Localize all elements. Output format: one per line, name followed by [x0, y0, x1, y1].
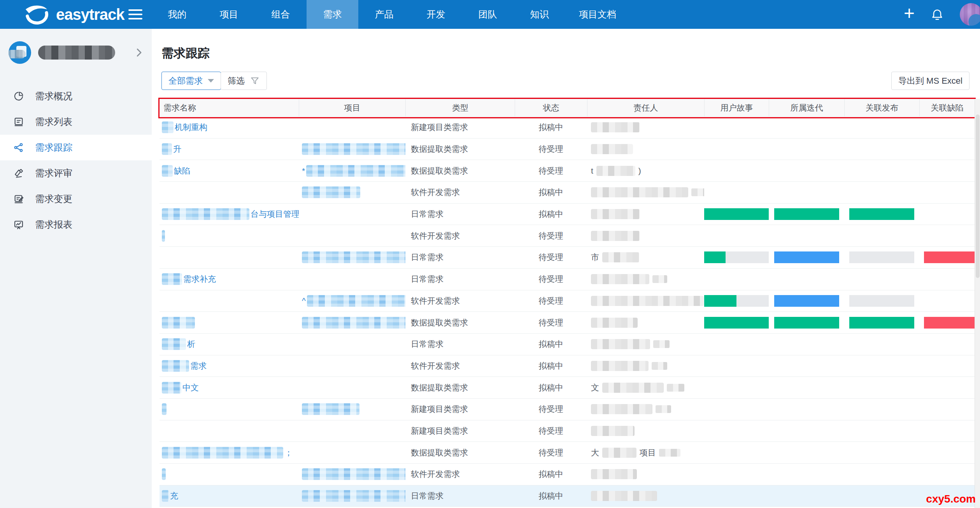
table-row[interactable]: 软件开发需求 拟稿中: [160, 182, 975, 204]
type-cell: 日常需求: [405, 339, 515, 350]
notification-bell-icon[interactable]: [930, 7, 944, 21]
story-progress-bar[interactable]: [704, 208, 769, 220]
defect-progress-bar[interactable]: [924, 317, 975, 329]
project-cell[interactable]: *台…: [299, 165, 405, 177]
user-avatar[interactable]: [960, 3, 980, 26]
filter-button[interactable]: 筛选: [221, 72, 267, 90]
add-icon[interactable]: +: [904, 2, 915, 25]
nav-tab-product[interactable]: 产品: [358, 0, 410, 29]
req-name-cell[interactable]: 升: [160, 143, 299, 155]
nav-tab-project[interactable]: 项目: [203, 0, 255, 29]
defect-bar-cell: [919, 420, 975, 442]
table-row[interactable]: 日常需求 待受理 市: [160, 247, 975, 269]
req-name-cell[interactable]: 中文: [160, 382, 299, 394]
scope-dropdown[interactable]: 全部需求: [161, 72, 221, 90]
iteration-progress-bar[interactable]: [774, 295, 839, 307]
nav-tab-portfolio[interactable]: 组合: [255, 0, 307, 29]
table-row[interactable]: 新建项目类需求 待受理: [160, 420, 975, 442]
project-switcher[interactable]: [0, 29, 152, 76]
nav-tab-knowledge[interactable]: 知识: [514, 0, 565, 29]
req-name-cell[interactable]: 需求补充: [160, 273, 299, 285]
nav-tab-project-docs[interactable]: 项目文档: [565, 0, 630, 29]
project-cell[interactable]: …: [299, 468, 405, 480]
req-name-cell[interactable]: [160, 403, 299, 415]
sidebar-item-req-overview[interactable]: 需求概况: [0, 83, 152, 109]
iteration-progress-bar[interactable]: [774, 251, 839, 263]
sidebar-item-req-tracking[interactable]: 需求跟踪: [0, 135, 152, 160]
req-name-cell[interactable]: 机制重构: [160, 121, 299, 133]
table-row[interactable]: 新建项目类需求 待受理: [160, 399, 975, 420]
sidebar-item-req-change[interactable]: 需求变更: [0, 186, 152, 212]
project-cell[interactable]: 改: [299, 317, 405, 329]
table-row[interactable]: 改 数据提取类需求 待受理: [160, 312, 975, 334]
table-row[interactable]: ^ 软件开发需求 待受理: [160, 290, 975, 312]
nav-tab-development[interactable]: 开发: [410, 0, 462, 29]
table-row[interactable]: 机制重构 新建项目类需求 拟稿中: [160, 117, 975, 139]
project-cell[interactable]: [299, 251, 405, 263]
release-bar-cell: [844, 139, 919, 160]
table-row[interactable]: … 软件开发需求 拟稿中: [160, 464, 975, 485]
table-row[interactable]: 析 日常需求 拟稿中: [160, 334, 975, 355]
req-name-cell[interactable]: 需求: [160, 360, 299, 372]
blurred-name: [162, 338, 186, 350]
table-row[interactable]: 台与项目管理系... 日常需求 拟稿中: [160, 204, 975, 225]
nav-tab-team[interactable]: 团队: [462, 0, 514, 29]
project-cell[interactable]: …: [299, 143, 405, 155]
scrollbar-thumb[interactable]: [976, 114, 980, 278]
iteration-bar-cell: [769, 464, 844, 485]
iteration-bar-cell: [769, 377, 844, 398]
req-name-cell[interactable]: [160, 230, 299, 242]
req-name-cell[interactable]: [160, 468, 299, 480]
sidebar-item-req-list[interactable]: 需求列表: [0, 109, 152, 135]
sidebar-item-req-report[interactable]: 需求报表: [0, 212, 152, 237]
blurred-project: [302, 468, 405, 480]
req-name-cell[interactable]: 缺陷: [160, 165, 299, 177]
table-row[interactable]: 缺陷 *台… 数据提取类需求 待受理 t): [160, 160, 975, 182]
col-header-project: 项目: [299, 99, 405, 116]
project-cell[interactable]: [299, 403, 405, 415]
req-name-cell[interactable]: ；: [160, 447, 299, 459]
owner-cell: [587, 209, 704, 219]
iteration-progress-bar[interactable]: [774, 317, 839, 329]
easytrack-logo[interactable]: easytrack: [20, 0, 124, 29]
user-story-bar-cell: [704, 442, 769, 463]
story-progress-bar[interactable]: [704, 317, 769, 329]
table-row[interactable]: ； 数据提取类需求 待受理 大项目: [160, 442, 975, 464]
release-progress-bar[interactable]: [849, 208, 914, 220]
sidebar-item-req-review[interactable]: 需求评审: [0, 160, 152, 186]
chevron-right-icon[interactable]: [133, 47, 145, 58]
defect-progress-bar[interactable]: [924, 251, 975, 263]
table-row[interactable]: 升 … 数据提取类需求 待受理: [160, 139, 975, 160]
release-progress-bar[interactable]: [849, 295, 914, 307]
req-name-cell[interactable]: 充: [160, 490, 299, 502]
req-name-cell[interactable]: 析: [160, 338, 299, 350]
table-row[interactable]: 需求补充 日常需求 待受理: [160, 269, 975, 290]
project-cell[interactable]: …: [299, 490, 405, 502]
user-story-bar-cell: [704, 420, 769, 442]
story-progress-bar[interactable]: [704, 251, 769, 263]
status-cell: 拟稿中: [515, 122, 587, 133]
export-excel-button[interactable]: 导出到 MS Excel: [891, 72, 969, 90]
iteration-progress-bar[interactable]: [774, 208, 839, 220]
req-name-cell[interactable]: 台与项目管理系...: [160, 208, 299, 220]
sidebar-item-label: 需求变更: [35, 193, 72, 205]
defect-bar-cell: [919, 377, 975, 398]
req-name-cell[interactable]: [160, 317, 299, 329]
nav-tab-my[interactable]: 我的: [151, 0, 203, 29]
release-progress-bar[interactable]: [849, 251, 914, 263]
project-cell[interactable]: ^: [299, 295, 405, 307]
col-header-type: 类型: [405, 99, 515, 116]
project-cell[interactable]: [299, 186, 405, 198]
table-row[interactable]: 充 … 日常需求 拟稿中: [160, 485, 975, 507]
vertical-scrollbar[interactable]: [975, 99, 980, 508]
story-progress-bar[interactable]: [704, 295, 769, 307]
table-row[interactable]: 需求 软件开发需求 拟稿中: [160, 355, 975, 377]
blurred-owner-extra: [667, 384, 684, 392]
type-cell: 日常需求: [405, 209, 515, 220]
table-row[interactable]: 中文 数据提取类需求 拟稿中 文: [160, 377, 975, 399]
nav-tab-requirements[interactable]: 需求: [307, 0, 358, 29]
hamburger-menu-icon[interactable]: [128, 0, 146, 29]
release-progress-bar[interactable]: [849, 317, 914, 329]
iteration-bar-cell: [769, 182, 844, 203]
table-row[interactable]: 软件开发需求 待受理: [160, 225, 975, 247]
